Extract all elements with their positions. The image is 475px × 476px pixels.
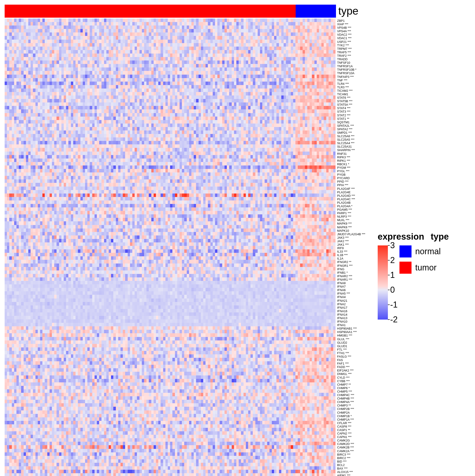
gene-label: ZBP1	[337, 19, 365, 22]
heatmap-row	[5, 309, 336, 312]
gene-label: CAMK2D ***	[337, 442, 365, 446]
gene-label: STAT5A ***	[337, 103, 365, 106]
heatmap-row	[5, 295, 336, 298]
gene-label: IFNA4	[337, 295, 365, 299]
gene-label: CYLD ***	[337, 376, 365, 379]
gene-label: ALOX15 ***	[337, 470, 365, 474]
heatmap-row	[5, 400, 336, 403]
heatmap-row	[5, 246, 336, 249]
gene-label: PYGB	[337, 173, 365, 176]
heatmap-row	[5, 449, 336, 452]
heatmap-row	[5, 463, 336, 466]
heatmap-row	[5, 166, 336, 169]
heatmap-row	[5, 249, 336, 253]
type-legend-label: tumor	[415, 263, 437, 272]
gene-label: STAT3 ***	[337, 110, 365, 113]
gene-label: CFLAR ***	[337, 421, 365, 425]
gene-label: HSP90AA1 ***	[337, 330, 365, 334]
heatmap-row	[5, 106, 336, 109]
heatmap-row	[5, 306, 336, 309]
gene-label: CHMP5 ***	[337, 390, 365, 393]
gene-label: BIRC3 ***	[337, 453, 365, 456]
heatmap-row	[5, 162, 336, 166]
heatmap-row	[5, 379, 336, 382]
heatmap-row	[5, 109, 336, 113]
heatmap-row	[5, 323, 336, 326]
gene-label: BCL2	[337, 463, 365, 467]
gene-label: DNM1L ***	[337, 372, 365, 376]
expression-heatmap	[5, 18, 336, 476]
heatmap-row	[5, 96, 336, 99]
heatmap-row	[5, 88, 336, 92]
gene-label: STAT4 ***	[337, 106, 365, 110]
gene-label: TYK2 ***	[337, 44, 365, 47]
gene-label: PLA2G4A *	[337, 204, 365, 208]
gene-label: PYCARD	[337, 176, 365, 180]
gene-label: TRAF5 ***	[337, 51, 365, 54]
gene-label: IFNB1 *	[337, 271, 365, 274]
heatmap-row	[5, 368, 336, 372]
heatmap-row	[5, 236, 336, 239]
type-bar-tumor	[5, 5, 296, 17]
heatmap-row	[5, 92, 336, 96]
heatmap-row	[5, 410, 336, 414]
type-legend-item: tumor	[399, 262, 441, 274]
heatmap-row	[5, 428, 336, 431]
heatmap-row	[5, 172, 336, 176]
gene-label: TICAM1	[337, 92, 365, 96]
heatmap-row	[5, 75, 336, 78]
heatmap-row	[5, 442, 336, 445]
type-bar-normal	[296, 5, 336, 17]
colorbar-tick: 2	[390, 255, 395, 265]
heatmap-row	[5, 312, 336, 316]
gene-label: SHARPIN ***	[337, 148, 365, 152]
heatmap-row	[5, 291, 336, 295]
gene-label: TNF ***	[337, 79, 365, 82]
gene-label: IFNGR1 ***	[337, 264, 365, 267]
gene-label: IFNA1	[337, 323, 365, 327]
gene-label: GLUD2	[337, 341, 365, 344]
gene-label: IL1B ***	[337, 253, 365, 257]
gene-label: PARP1 ***	[337, 211, 365, 215]
gene-label: CHMP4A ***	[337, 400, 365, 404]
gene-label: IRF9	[337, 246, 365, 250]
gene-label: CHMP3 **	[337, 404, 365, 407]
gene-label: HMGB1 ***	[337, 334, 365, 337]
heatmap-row	[5, 361, 336, 365]
gene-label: JMJD7-PLA2G4B ***	[337, 232, 365, 236]
heatmap-row	[5, 123, 336, 127]
gene-label: SPATA2L ***	[337, 124, 365, 127]
heatmap-row	[5, 281, 336, 284]
heatmap-row	[5, 36, 336, 39]
heatmap-row	[5, 372, 336, 375]
gene-label: STAT2 ***	[337, 114, 365, 117]
gene-label: TNFSF10	[337, 61, 365, 64]
heatmap-row	[5, 43, 336, 47]
gene-label: TICAM2 ***	[337, 89, 365, 92]
gene-label: GLUD1	[337, 344, 365, 348]
gene-label: SLC25A6 ***	[337, 135, 365, 138]
gene-label: CAMK2A ***	[337, 449, 365, 453]
heatmap-row	[5, 137, 336, 141]
gene-label: IFNA7	[337, 285, 365, 288]
heatmap-row	[5, 277, 336, 281]
heatmap-row	[5, 298, 336, 302]
gene-label: IL33 ***	[337, 250, 365, 253]
gene-label: MLKL ***	[337, 218, 365, 222]
heatmap-row	[5, 228, 336, 232]
heatmap-row	[5, 193, 336, 197]
gene-label: PLA2G4F ***	[337, 187, 365, 190]
heatmap-row	[5, 169, 336, 172]
heatmap-row	[5, 22, 336, 25]
gene-label: TRAF2 ***	[337, 54, 365, 57]
heatmap-row	[5, 424, 336, 428]
gene-label: IFNG	[337, 267, 365, 271]
gene-label: PPID ***	[337, 180, 365, 183]
colorbar-tick: -1	[390, 300, 398, 310]
heatmap-row	[5, 131, 336, 134]
gene-label: BAX ***	[337, 467, 365, 470]
gene-label: STAT1 **	[337, 117, 365, 120]
gene-label: CHMP7 **	[337, 383, 365, 386]
gene-label: CAMK2B ***	[337, 446, 365, 449]
gene-label: RBCK1 *	[337, 162, 365, 166]
